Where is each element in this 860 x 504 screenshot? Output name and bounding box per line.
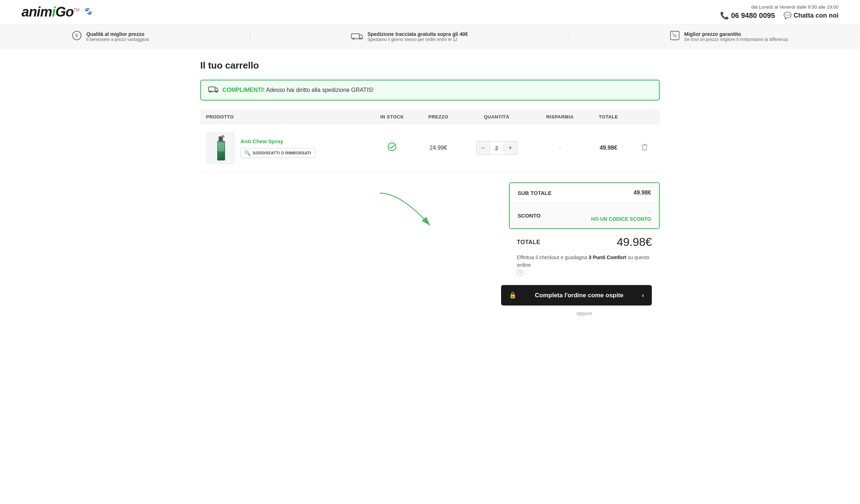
totale-cell: 49.98€ <box>587 125 630 172</box>
col-totale: TOTALE <box>587 109 630 125</box>
risparmia-value: - <box>559 145 561 151</box>
col-actions <box>630 109 660 125</box>
price-cell: 24.99€ <box>416 125 460 172</box>
summary-discount-row: SCONTO - HO UN CODICE SCONTO <box>510 203 659 228</box>
header-actions: 📞 06 9480 0095 💬 Chatta con noi <box>720 11 838 20</box>
svg-text:%: % <box>673 33 677 38</box>
quality-icon: € <box>72 31 82 43</box>
logo[interactable]: animiGoTM 🐾 <box>22 4 91 20</box>
svg-rect-8 <box>209 87 215 92</box>
cart-summary-area: SUB TOTALE 49.98€ SCONTO - HO UN CODICE … <box>200 182 660 320</box>
comfort-text-before: Effettua il checkout e guadagna <box>517 255 589 260</box>
svg-rect-15 <box>221 135 224 137</box>
risparmia-cell: - <box>533 125 587 172</box>
header-contact: dal Lunedì al Venerdì dalle 9:00 alle 19… <box>720 4 838 20</box>
free-shipping-banner: COMPLIMENTI! Adesso hai diritto alla spe… <box>200 80 660 101</box>
total-label: TOTALE <box>517 239 541 246</box>
summary-subtotal-row: SUB TOTALE 49.98€ <box>510 183 659 203</box>
svg-rect-13 <box>218 143 224 151</box>
truck-icon <box>208 85 218 95</box>
shipping-icon <box>351 32 363 42</box>
delete-button[interactable] <box>640 142 650 154</box>
discount-code-link[interactable]: HO UN CODICE SCONTO <box>591 216 651 222</box>
info-bar: € Qualità al miglior prezzo Il benessere… <box>0 24 860 49</box>
summary-box: SUB TOTALE 49.98€ SCONTO - HO UN CODICE … <box>509 182 660 229</box>
col-instock: IN STOCK <box>368 109 416 125</box>
qty-controls: − + <box>476 141 517 155</box>
in-stock-icon <box>387 144 397 153</box>
oppure-text: oppure <box>509 311 660 320</box>
info-item-shipping-text: Spedizione tracciata gratuita sopra gli … <box>368 31 468 42</box>
lock-icon: 🔒 <box>509 291 517 299</box>
cart-table: PRODOTTO IN STOCK PREZZO QUANTITÀ RISPAR… <box>200 109 660 172</box>
col-prezzo: PREZZO <box>416 109 460 125</box>
logo-paw: 🐾 <box>83 7 92 15</box>
subtotal-value: 49.98€ <box>634 190 651 196</box>
header-chat[interactable]: 💬 Chatta con noi <box>784 11 838 19</box>
product-info: Anti Chew Spray 🔍 SODDISFATTI O RIMBORSA… <box>240 138 315 158</box>
page-title: Il tuo carrello <box>200 60 660 71</box>
total-value: 49.98€ <box>617 235 652 249</box>
svg-point-16 <box>388 143 396 151</box>
info-item-shipping: Spedizione tracciata gratuita sopra gli … <box>351 31 468 42</box>
product-price: 24.99€ <box>430 145 447 151</box>
col-prodotto: PRODOTTO <box>200 109 368 125</box>
info-divider-2 <box>569 29 569 44</box>
subtotal-label: SUB TOTALE <box>518 190 551 196</box>
arrow-icon: › <box>642 292 644 299</box>
chat-icon: 💬 <box>784 11 791 19</box>
help-icon[interactable]: ? <box>517 270 523 276</box>
delete-cell <box>630 125 660 172</box>
checkout-button[interactable]: 🔒 Completa l'ordine come ospite › <box>501 285 652 305</box>
product-image <box>206 132 235 164</box>
col-quantita: QUANTITÀ <box>460 109 533 125</box>
sconto-value-area: - HO UN CODICE SCONTO <box>591 209 651 222</box>
svg-line-7 <box>672 33 673 34</box>
sconto-dash: - <box>649 209 651 215</box>
header-hours: dal Lunedì al Venerdì dalle 9:00 alle 19… <box>720 4 838 10</box>
qty-input[interactable] <box>490 145 504 151</box>
search-icon: 🔍 <box>244 150 251 156</box>
comfort-bold: 3 Punti Comfort <box>589 255 626 260</box>
satisfaction-badge: 🔍 SODDISFATTI O RIMBORSATI <box>240 148 315 158</box>
banner-highlight: COMPLIMENTI! <box>223 87 265 93</box>
totale-value: 49.98€ <box>600 145 617 151</box>
info-divider-1 <box>250 29 250 44</box>
sconto-label: SCONTO <box>518 213 541 219</box>
qty-decrease-button[interactable]: − <box>477 141 490 154</box>
banner-text: COMPLIMENTI! Adesso hai diritto alla spe… <box>223 87 374 93</box>
main-content: Il tuo carrello COMPLIMENTI! Adesso hai … <box>179 49 681 331</box>
logo-text: animiGoTM 🐾 <box>22 4 91 20</box>
summary-right-col: SUB TOTALE 49.98€ SCONTO - HO UN CODICE … <box>493 182 660 320</box>
info-item-price: % Miglior prezzo garantito Se trovi un p… <box>670 31 788 43</box>
info-item-quality: € Qualità al miglior prezzo Il benessere… <box>72 31 149 43</box>
info-item-quality-text: Qualità al miglior prezzo Il benessere a… <box>86 31 149 42</box>
total-area: TOTALE 49.98€ <box>509 229 660 249</box>
checkout-label: Completa l'ordine come ospite <box>535 292 623 299</box>
comfort-text: Effettua il checkout e guadagna 3 Punti … <box>509 249 660 281</box>
table-row: Anti Chew Spray 🔍 SODDISFATTI O RIMBORSA… <box>200 125 660 172</box>
qty-cell: − + <box>460 125 533 172</box>
header-phone[interactable]: 📞 06 9480 0095 <box>720 11 775 20</box>
arrow-annotation <box>358 190 466 236</box>
product-name[interactable]: Anti Chew Spray <box>240 138 315 144</box>
product-cell: Anti Chew Spray 🔍 SODDISFATTI O RIMBORSA… <box>200 125 368 172</box>
svg-rect-2 <box>351 34 359 39</box>
col-risparmia: RISPARMIA <box>533 109 587 125</box>
stock-cell <box>368 125 416 172</box>
svg-text:€: € <box>75 33 78 38</box>
info-item-price-text: Miglior prezzo garantito Se trovi un pre… <box>684 31 788 42</box>
price-icon: % <box>670 31 680 43</box>
site-header: animiGoTM 🐾 dal Lunedì al Venerdì dalle … <box>0 0 860 24</box>
phone-icon: 📞 <box>720 11 729 20</box>
banner-message: Adesso hai diritto alla spedizione GRATI… <box>265 87 374 93</box>
qty-increase-button[interactable]: + <box>504 141 517 154</box>
